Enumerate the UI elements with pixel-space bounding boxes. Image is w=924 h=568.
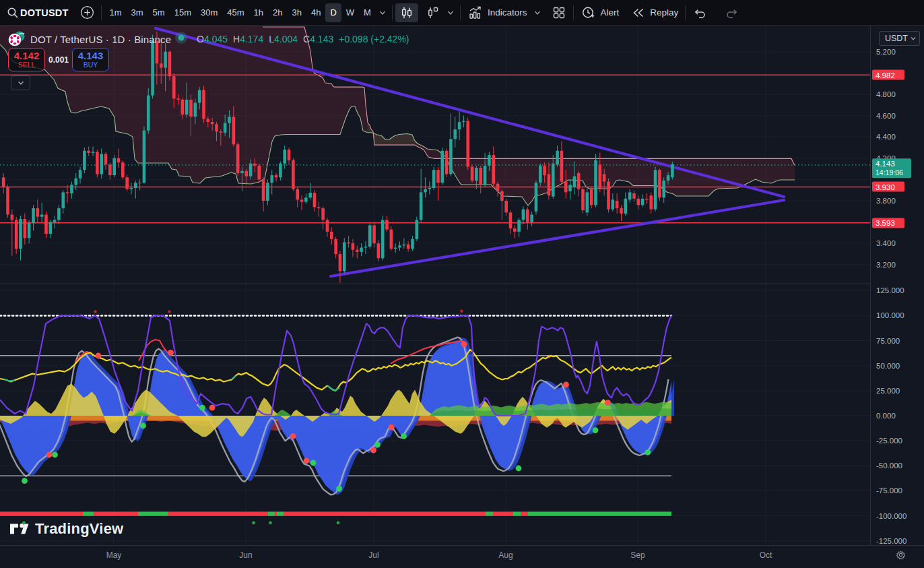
alert-label: Alert: [600, 7, 619, 18]
axis-tick: 5.200: [876, 48, 896, 56]
month-label-jul: Jul: [368, 550, 378, 560]
timeframe-d[interactable]: D: [325, 3, 341, 22]
timeframe-w[interactable]: W: [341, 3, 359, 22]
axis-tick: 25.000: [876, 387, 900, 395]
indicators-icon: [467, 5, 484, 21]
toolbar-separator: [101, 5, 102, 20]
redo-arrow-icon: [725, 5, 739, 20]
timeframe-30m[interactable]: 30m: [196, 3, 222, 22]
axis-settings-button[interactable]: [896, 550, 906, 563]
timeframe-15m[interactable]: 15m: [170, 3, 196, 22]
month-label-jun: Jun: [239, 550, 252, 560]
axis-tick: 75.000: [876, 337, 900, 345]
replay-button[interactable]: Replay: [627, 3, 682, 22]
price-axis[interactable]: USDT 5.2004.8004.6004.4004.2003.8003.400…: [870, 26, 924, 545]
symbol-name: DOTUSDT: [19, 7, 72, 18]
axis-tick: 4.600: [876, 112, 896, 120]
indicators-button[interactable]: Indicators: [463, 3, 531, 22]
timeframe-5m[interactable]: 5m: [148, 3, 170, 22]
replay-label: Replay: [650, 7, 678, 18]
low-value: 4.004: [274, 34, 298, 44]
price-pane-layer: [0, 19, 870, 276]
indicators-label: Indicators: [488, 7, 527, 18]
axis-tick: -25.000: [876, 437, 902, 445]
trade-panel: 4.142 SELL 0.001 4.143 BUY: [8, 48, 109, 71]
time-axis[interactable]: MayJunJulAugSepOct: [0, 545, 924, 568]
change-value: +0.098 (+2.42%): [339, 34, 409, 44]
chevron-down-icon: [447, 9, 455, 17]
symbol-search-button[interactable]: DOTUSDT: [3, 3, 76, 22]
sell-button[interactable]: 4.142 SELL: [8, 48, 45, 71]
axis-tick: 4.800: [876, 90, 896, 98]
toolbar-separator: [460, 5, 461, 20]
open-key: O: [197, 34, 204, 44]
secondary-style-button[interactable]: [421, 3, 444, 22]
indicators-menu-button[interactable]: [531, 3, 544, 22]
axis-tick: -100.000: [876, 512, 906, 520]
open-value: 4.045: [204, 34, 228, 44]
chart-canvas[interactable]: [0, 0, 924, 568]
low-key: L: [269, 34, 274, 44]
grid-squares-icon: [552, 5, 566, 20]
axis-tick: 3.400: [876, 239, 896, 247]
buy-button[interactable]: 4.143 BUY: [72, 48, 109, 71]
chevron-down-icon: [533, 9, 541, 17]
gear-icon: [896, 550, 906, 560]
chevron-down-icon: [910, 35, 917, 42]
sell-label: SELL: [18, 61, 36, 69]
timeframe-45m[interactable]: 45m: [222, 3, 249, 22]
spread-value: 0.001: [45, 55, 72, 65]
timeframe-1h[interactable]: 1h: [249, 3, 268, 22]
style-menu-button[interactable]: [444, 3, 457, 22]
rewind-icon: [631, 5, 646, 20]
price-level-label: 3.593: [872, 218, 904, 228]
timeframe-menu-button[interactable]: [376, 3, 389, 22]
axis-tick: 3.200: [876, 261, 896, 269]
oscillator-pane-layer: [0, 310, 674, 525]
currency-label: USDT: [885, 34, 908, 43]
search-icon: [7, 7, 19, 19]
axis-tick: -125.000: [876, 537, 906, 545]
axis-tick: 4.400: [876, 133, 896, 141]
last-price-label: 4.14314:19:06: [872, 158, 911, 178]
top-toolbar: DOTUSDT 1m3m5m15m30m45m1h2h3h4hDWM: [0, 0, 924, 26]
collapse-trade-panel-button[interactable]: [11, 75, 30, 90]
add-symbol-button[interactable]: [76, 3, 98, 22]
axis-tick: -75.000: [876, 486, 902, 495]
axis-tick: -50.000: [876, 462, 902, 470]
symbol-title[interactable]: DOT / TetherUS · 1D · Binance: [30, 34, 171, 45]
timeframe-1m[interactable]: 1m: [104, 3, 126, 22]
chart-style-button[interactable]: [395, 3, 418, 22]
timeframe-3m[interactable]: 3m: [127, 3, 148, 22]
chevron-down-icon: [378, 9, 387, 17]
month-label-oct: Oct: [760, 550, 772, 560]
candle-box-icon: [425, 5, 440, 20]
axis-tick: 3.800: [876, 197, 896, 205]
high-key: H: [233, 34, 240, 44]
timeframe-3h[interactable]: 3h: [288, 3, 306, 22]
symbol-logo: [8, 31, 24, 47]
buy-label: BUY: [84, 61, 98, 69]
timeframe-2h[interactable]: 2h: [268, 3, 287, 22]
countdown: 14:19:06: [876, 168, 908, 177]
high-value: 4.174: [240, 34, 263, 44]
close-value: 4.143: [310, 34, 333, 44]
layout-button[interactable]: [548, 3, 570, 22]
chart-legend: DOT / TetherUS · 1D · Binance O4.045 H4.…: [8, 31, 409, 47]
candles-icon: [399, 5, 414, 20]
currency-select[interactable]: USDT: [879, 31, 920, 46]
close-key: C: [303, 34, 310, 44]
timeframe-m[interactable]: M: [359, 3, 376, 22]
axis-tick: 100.000: [876, 311, 904, 319]
alert-button[interactable]: Alert: [576, 3, 623, 22]
month-label-may: May: [106, 550, 122, 560]
toolbar-separator: [392, 5, 393, 20]
axis-tick: 50.000: [876, 362, 900, 370]
ohlc-values: O4.045 H4.174 L4.004 C4.143: [197, 34, 339, 44]
timeframe-4h[interactable]: 4h: [306, 3, 325, 22]
chevron-down-icon: [17, 79, 25, 87]
undo-button[interactable]: [688, 3, 711, 22]
price-level-label: 4.982: [872, 70, 904, 80]
buy-price: 4.143: [78, 51, 104, 61]
redo-button[interactable]: [721, 3, 744, 22]
